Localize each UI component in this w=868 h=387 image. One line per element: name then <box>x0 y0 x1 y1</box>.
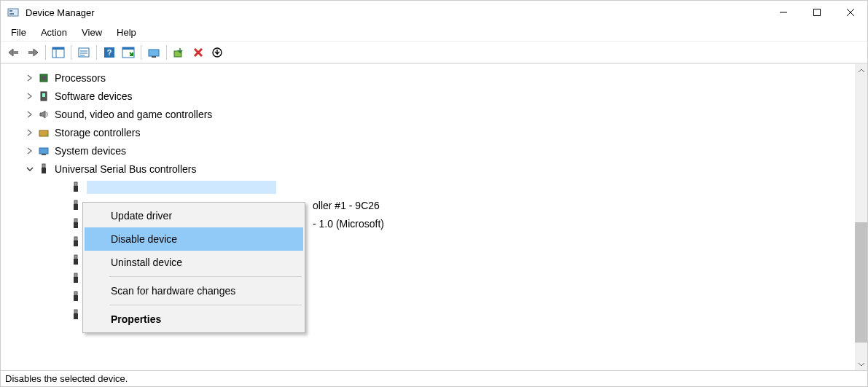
ctx-gutter <box>85 279 106 302</box>
svg-rect-8 <box>28 51 34 54</box>
maximize-button[interactable] <box>800 1 834 24</box>
toolbar-separator <box>96 45 97 60</box>
tree-node-system-devices[interactable]: System devices <box>4 141 852 160</box>
app-icon <box>7 6 20 19</box>
tree-node-label: System devices <box>55 145 126 157</box>
ctx-disable-device[interactable]: Disable device <box>85 227 303 251</box>
svg-rect-42 <box>74 255 77 259</box>
context-menu: Update driver Disable device Uninstall d… <box>82 202 305 333</box>
toolbar-separator <box>71 45 71 60</box>
svg-rect-40 <box>74 237 77 241</box>
svg-rect-10 <box>52 47 64 50</box>
show-hide-tree-button[interactable] <box>50 44 67 61</box>
svg-text:?: ? <box>107 48 112 57</box>
toolbar: ? <box>1 42 867 63</box>
sound-icon <box>37 108 50 121</box>
ctx-item-label: Properties <box>111 313 161 325</box>
ctx-uninstall-device[interactable]: Uninstall device <box>85 251 303 274</box>
ctx-properties[interactable]: Properties <box>85 308 303 331</box>
svg-rect-44 <box>74 273 77 277</box>
help-button[interactable]: ? <box>101 44 118 61</box>
svg-rect-32 <box>42 164 45 168</box>
vertical-scrollbar[interactable] <box>855 64 867 370</box>
svg-rect-45 <box>74 277 78 283</box>
ctx-separator <box>109 305 302 305</box>
cpu-icon <box>37 71 50 85</box>
usb-icon <box>69 290 82 303</box>
disable-button[interactable] <box>208 44 226 61</box>
ctx-scan-hardware[interactable]: Scan for hardware changes <box>85 279 303 302</box>
ctx-item-label: Update driver <box>111 210 172 222</box>
status-text: Disables the selected device. <box>5 373 128 384</box>
svg-rect-19 <box>122 47 134 50</box>
svg-rect-31 <box>42 154 46 155</box>
toolbar-separator <box>45 45 46 60</box>
svg-rect-1 <box>9 10 12 12</box>
ctx-update-driver[interactable]: Update driver <box>85 204 303 227</box>
tree-node-label: Sound, video and game controllers <box>55 109 212 120</box>
tree-node-sound[interactable]: Sound, video and game controllers <box>4 105 852 123</box>
forward-button[interactable] <box>24 44 42 61</box>
menu-help[interactable]: Help <box>109 26 144 39</box>
toolbar-separator <box>141 45 141 60</box>
properties-button[interactable] <box>75 44 93 61</box>
ctx-gutter <box>85 204 106 227</box>
chevron-right-icon[interactable] <box>24 109 36 120</box>
usb-icon <box>69 199 82 212</box>
svg-rect-33 <box>42 168 46 173</box>
usb-icon <box>37 163 50 176</box>
tree-node-label: Storage controllers <box>55 127 141 138</box>
svg-rect-7 <box>13 51 18 54</box>
uninstall-button[interactable] <box>189 44 207 61</box>
update-driver-button[interactable] <box>145 44 163 61</box>
svg-rect-35 <box>74 186 78 192</box>
window-title: Device Manager <box>26 7 767 18</box>
titlebar: Device Manager <box>1 1 867 24</box>
show-hidden-button[interactable] <box>120 44 137 61</box>
ctx-gutter <box>85 308 106 331</box>
tree-node-software-devices[interactable]: Software devices <box>4 87 852 105</box>
chevron-right-icon[interactable] <box>24 72 36 84</box>
svg-rect-43 <box>74 259 78 265</box>
tree-node-label <box>87 181 276 194</box>
usb-icon <box>69 254 82 267</box>
storage-icon <box>37 126 50 139</box>
menu-file[interactable]: File <box>4 26 34 39</box>
back-button[interactable] <box>5 44 23 61</box>
menu-view[interactable]: View <box>74 26 109 39</box>
svg-rect-47 <box>74 295 78 301</box>
scan-hardware-button[interactable] <box>171 44 188 61</box>
close-button[interactable] <box>834 1 867 24</box>
svg-rect-21 <box>152 56 156 58</box>
usb-icon <box>69 235 82 249</box>
tree-node-label: Universal Serial Bus controllers <box>55 163 197 175</box>
minimize-button[interactable] <box>767 1 800 24</box>
scroll-thumb[interactable] <box>855 222 867 343</box>
svg-rect-41 <box>74 241 78 246</box>
menu-action[interactable]: Action <box>34 26 74 39</box>
ctx-gutter <box>85 227 106 251</box>
chevron-right-icon[interactable] <box>24 90 36 102</box>
scroll-track[interactable] <box>855 77 867 358</box>
tree-node-usb-controllers[interactable]: Universal Serial Bus controllers <box>4 160 852 178</box>
tree-node-usb-device[interactable] <box>4 178 852 196</box>
usb-icon <box>69 272 82 285</box>
svg-rect-38 <box>74 219 77 222</box>
tree-node-processors[interactable]: Processors <box>4 69 852 87</box>
svg-rect-4 <box>814 9 821 16</box>
chevron-down-icon[interactable] <box>24 163 36 175</box>
scroll-up-icon[interactable] <box>855 64 867 77</box>
svg-rect-46 <box>74 292 77 295</box>
chevron-right-icon[interactable] <box>24 145 36 157</box>
ctx-item-label: Scan for hardware changes <box>111 285 235 297</box>
svg-rect-27 <box>42 93 45 97</box>
usb-icon <box>69 181 82 194</box>
svg-rect-30 <box>39 148 48 154</box>
tree-node-label: Processors <box>55 72 106 84</box>
toolbar-separator <box>166 45 167 60</box>
svg-rect-36 <box>74 200 77 204</box>
svg-rect-49 <box>74 313 78 319</box>
tree-node-storage[interactable]: Storage controllers <box>4 123 852 141</box>
chevron-right-icon[interactable] <box>24 127 36 138</box>
scroll-down-icon[interactable] <box>855 358 867 370</box>
